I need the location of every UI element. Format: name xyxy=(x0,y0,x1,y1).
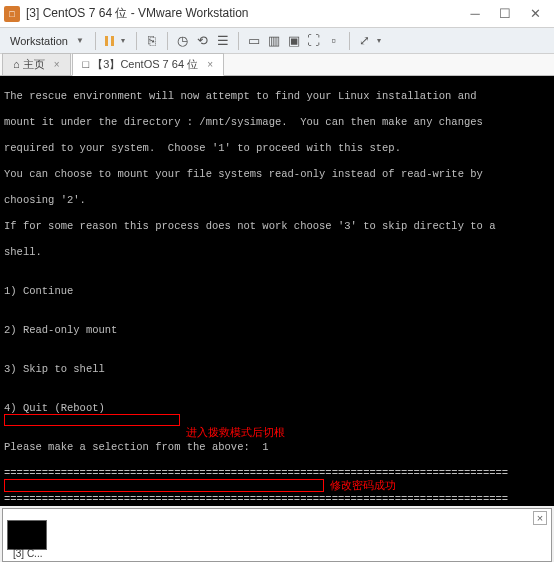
terminal-line: 3) Skip to shell xyxy=(4,363,550,376)
annotation-box-passwd xyxy=(4,479,324,492)
terminal-line: 1) Continue xyxy=(4,285,550,298)
close-icon[interactable]: × xyxy=(207,59,213,70)
layout-icon[interactable]: ▭ xyxy=(246,33,262,49)
tab-centos-label: 【3】CentOS 7 64 位 xyxy=(92,58,198,70)
snapshot-icon[interactable]: ◷ xyxy=(175,33,191,49)
divider xyxy=(95,32,96,50)
svg-rect-1 xyxy=(111,36,114,46)
terminal-line: ========================================… xyxy=(4,493,550,506)
divider xyxy=(238,32,239,50)
toolbar: Workstation ▼ ▾ ⎘ ◷ ⟲ ☰ ▭ ▥ ▣ ⛶ ▫ ⤢ ▾ xyxy=(0,28,554,54)
window-title: [3] CentOS 7 64 位 - VMware Workstation xyxy=(26,5,460,22)
close-button[interactable]: ✕ xyxy=(520,4,550,24)
tab-bar: ⌂ 主页 × □ 【3】CentOS 7 64 位 × xyxy=(0,54,554,76)
terminal-line: required to your system. Choose '1' to p… xyxy=(4,142,550,155)
panel-close-button[interactable]: × xyxy=(533,511,547,525)
divider xyxy=(167,32,168,50)
pause-icon[interactable] xyxy=(103,34,117,48)
thumbnail-icon[interactable]: ▥ xyxy=(266,33,282,49)
terminal-line: Please make a selection from the above: … xyxy=(4,441,550,454)
fullscreen-icon[interactable]: ⛶ xyxy=(306,33,322,49)
console-icon[interactable]: ▫ xyxy=(326,33,342,49)
annotation-label-passwd: 修改密码成功 xyxy=(330,479,396,492)
tab-centos[interactable]: □ 【3】CentOS 7 64 位 × xyxy=(72,53,224,76)
chevron-down-icon[interactable]: ▾ xyxy=(377,36,381,45)
titlebar: □ [3] CentOS 7 64 位 - VMware Workstation… xyxy=(0,0,554,28)
vm-thumbnail[interactable] xyxy=(7,520,47,550)
annotation-label-chroot: 进入拨救模式后切根 xyxy=(186,426,285,439)
divider xyxy=(349,32,350,50)
workstation-menu[interactable]: Workstation xyxy=(6,35,72,47)
divider xyxy=(136,32,137,50)
manage-icon[interactable]: ☰ xyxy=(215,33,231,49)
maximize-button[interactable]: ☐ xyxy=(490,4,520,24)
terminal-line: 2) Read-only mount xyxy=(4,324,550,337)
terminal-line: The rescue environment will now attempt … xyxy=(4,90,550,103)
close-icon[interactable]: × xyxy=(54,59,60,70)
terminal-line: mount it under the directory : /mnt/sysi… xyxy=(4,116,550,129)
tab-home-label: 主页 xyxy=(23,58,45,70)
app-icon: □ xyxy=(4,6,20,22)
unity-icon[interactable]: ▣ xyxy=(286,33,302,49)
thumbnail-label: [3] C... xyxy=(13,548,42,559)
send-icon[interactable]: ⎘ xyxy=(144,33,160,49)
stretch-icon[interactable]: ⤢ xyxy=(357,33,373,49)
thumbnail-panel: × [3] C... xyxy=(2,508,552,562)
chevron-down-icon[interactable]: ▼ xyxy=(76,36,84,45)
terminal-line: If for some reason this process does not… xyxy=(4,220,550,233)
revert-icon[interactable]: ⟲ xyxy=(195,33,211,49)
terminal-line: choosing '2'. xyxy=(4,194,550,207)
chevron-down-icon[interactable]: ▾ xyxy=(121,36,125,45)
annotation-box-chroot xyxy=(4,414,180,426)
terminal-line: You can choose to mount your file system… xyxy=(4,168,550,181)
svg-rect-0 xyxy=(105,36,108,46)
minimize-button[interactable]: ─ xyxy=(460,4,490,24)
terminal-output[interactable]: The rescue environment will now attempt … xyxy=(0,76,554,506)
tab-home[interactable]: ⌂ 主页 × xyxy=(2,53,71,75)
terminal-line: shell. xyxy=(4,246,550,259)
